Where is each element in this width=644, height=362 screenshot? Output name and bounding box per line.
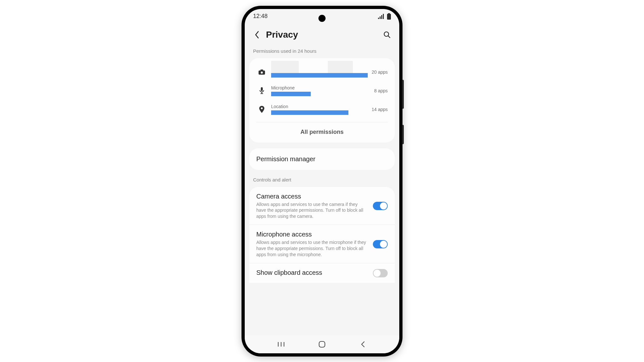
page-title: Privacy xyxy=(266,30,298,40)
controls-card: Camera access Allows apps and services t… xyxy=(249,187,395,283)
permission-bar xyxy=(271,110,348,115)
permission-row-microphone[interactable]: Microphone 8 apps xyxy=(249,82,395,101)
signal-icon xyxy=(378,14,384,19)
nav-bar xyxy=(245,335,399,353)
control-title: Microphone access xyxy=(256,231,368,238)
control-title: Show clipboard access xyxy=(256,269,368,276)
permission-name: Location xyxy=(271,104,368,109)
camera-icon xyxy=(256,70,267,75)
camera-hole xyxy=(318,15,326,22)
controls-label: Controls and alert xyxy=(245,176,399,187)
toggle-clipboard-access[interactable] xyxy=(373,269,388,277)
dashboard-label: Permissions used in 24 hours xyxy=(245,47,399,58)
svg-line-7 xyxy=(388,36,390,38)
header: Privacy xyxy=(245,24,399,47)
control-title: Camera access xyxy=(256,193,368,200)
permission-row-camera[interactable]: Camera 20 apps xyxy=(249,63,395,82)
svg-rect-1 xyxy=(380,16,381,19)
back-button[interactable] xyxy=(252,30,262,40)
permission-name: Microphone xyxy=(271,85,370,90)
clock: 12:48 xyxy=(253,13,268,20)
permission-bar xyxy=(271,73,368,78)
power-button[interactable] xyxy=(402,125,404,144)
control-desc: Allows apps and services to use the micr… xyxy=(256,239,368,258)
phone-frame: 12:48 Privacy xyxy=(242,6,402,357)
toggle-microphone-access[interactable] xyxy=(373,240,388,248)
permission-bar xyxy=(271,92,311,96)
svg-rect-0 xyxy=(378,18,379,19)
battery-icon xyxy=(387,13,391,20)
permission-count: 14 apps xyxy=(372,107,388,112)
svg-rect-2 xyxy=(381,15,382,19)
permission-count: 20 apps xyxy=(372,70,388,75)
permission-count: 8 apps xyxy=(374,88,388,93)
control-row-camera-access[interactable]: Camera access Allows apps and services t… xyxy=(249,187,395,225)
permission-row-location[interactable]: Location 14 apps xyxy=(249,101,395,119)
control-row-clipboard-access[interactable]: Show clipboard access xyxy=(249,263,395,283)
toggle-camera-access[interactable] xyxy=(373,202,388,210)
control-row-microphone-access[interactable]: Microphone access Allows apps and servic… xyxy=(249,225,395,263)
nav-home-button[interactable] xyxy=(316,338,328,351)
nav-back-button[interactable] xyxy=(356,338,369,351)
svg-rect-3 xyxy=(383,14,384,19)
svg-point-14 xyxy=(261,107,263,109)
svg-rect-5 xyxy=(387,14,391,20)
volume-button[interactable] xyxy=(402,80,404,109)
control-desc: Allows apps and services to use the came… xyxy=(256,201,368,220)
svg-rect-4 xyxy=(388,13,390,14)
microphone-icon xyxy=(256,87,267,94)
svg-rect-9 xyxy=(260,70,263,71)
svg-point-10 xyxy=(261,71,263,73)
svg-rect-11 xyxy=(261,87,263,91)
location-icon xyxy=(256,106,267,113)
dashboard-card: Camera 20 apps Microphone xyxy=(249,58,395,143)
nav-recents-button[interactable] xyxy=(275,338,288,351)
permission-manager-row[interactable]: Permission manager xyxy=(249,148,395,170)
all-permissions-button[interactable]: All permissions xyxy=(249,122,395,143)
svg-rect-18 xyxy=(319,341,325,347)
screen: 12:48 Privacy xyxy=(245,9,399,353)
search-button[interactable] xyxy=(382,30,392,40)
content: Permissions used in 24 hours Camera xyxy=(245,47,399,334)
